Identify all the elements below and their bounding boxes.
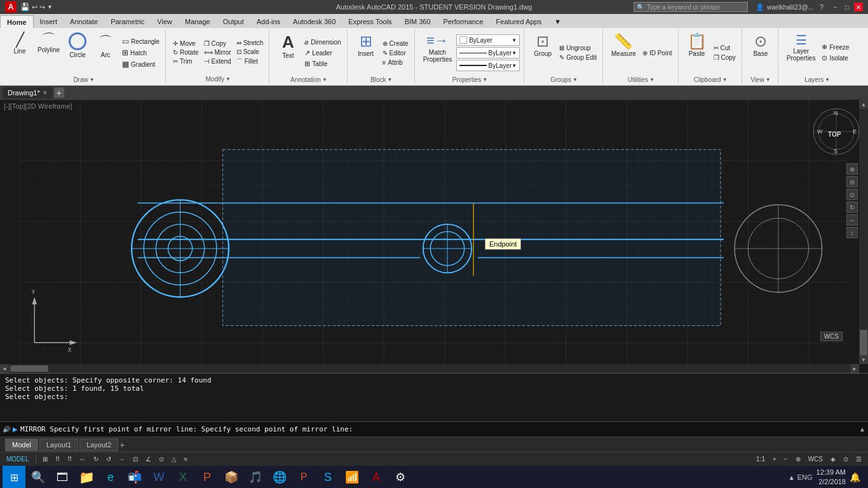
taskbar-powerpoint[interactable]: P xyxy=(196,466,219,488)
annotation-expand-icon[interactable]: ▼ xyxy=(322,77,327,83)
taskbar-chrome[interactable]: 🌐 xyxy=(268,466,291,488)
vp-tool-2[interactable]: ⊖ xyxy=(846,176,858,187)
properties-expand-icon[interactable]: ▼ xyxy=(482,77,487,83)
isolate-layer-button[interactable]: ⊙ Isolate xyxy=(820,53,851,63)
scroll-right-btn[interactable]: ► xyxy=(850,364,859,373)
create-block-button[interactable]: ⊕ Create xyxy=(381,39,410,48)
draw-expand-icon[interactable]: ▼ xyxy=(90,77,95,83)
insert-button[interactable]: ⊞ Insert xyxy=(353,30,379,75)
status-workspace[interactable]: ⊕ xyxy=(793,455,803,463)
status-otrack-btn[interactable]: ↺ xyxy=(104,455,114,463)
add-layout-tab[interactable]: + xyxy=(119,440,125,450)
status-customize[interactable]: ☰ xyxy=(853,455,864,463)
copy-clip-button[interactable]: ❐ Copy xyxy=(712,53,738,62)
undo-icon[interactable]: ↩ xyxy=(32,3,37,11)
vp-tool-5[interactable]: ↔ xyxy=(846,214,858,226)
dimension-button[interactable]: ⌀ Dimension xyxy=(302,37,342,47)
layout-tab-layout2[interactable]: Layout2 xyxy=(79,438,118,451)
taskbar-skype[interactable]: S xyxy=(316,466,339,488)
status-osnap-btn[interactable]: ↻ xyxy=(91,455,101,463)
extend-button[interactable]: ⊣ Extend xyxy=(202,57,233,65)
layout-tab-model[interactable]: Model xyxy=(5,438,38,451)
scroll-thumb-v[interactable] xyxy=(860,330,867,355)
taskbar-word[interactable]: W xyxy=(147,466,170,488)
vp-tool-6[interactable]: ↕ xyxy=(846,227,858,238)
tab-bim360[interactable]: BIM 360 xyxy=(398,15,437,28)
save-icon[interactable]: 💾 xyxy=(20,3,30,11)
modify-expand-icon[interactable]: ▼ xyxy=(226,76,231,82)
gradient-button[interactable]: ▦ Gradient xyxy=(120,59,161,69)
taskbar-autocad[interactable]: A xyxy=(365,466,388,488)
layout-tab-layout1[interactable]: Layout1 xyxy=(39,438,78,451)
tab-expresstools[interactable]: Express Tools xyxy=(342,15,398,28)
status-isolate[interactable]: ⊙ xyxy=(841,455,851,463)
status-snap-btn[interactable]: ⠿ xyxy=(53,455,62,463)
status-zoom-in[interactable]: + xyxy=(770,455,779,463)
layer-dropdown[interactable]: ByLayer ▼ xyxy=(456,34,520,46)
window-close[interactable]: ✕ xyxy=(854,3,863,11)
status-annotation-scale[interactable]: 1:1 xyxy=(754,455,768,463)
freeze-layer-button[interactable]: ❄ Freeze xyxy=(820,43,851,52)
redo-icon[interactable]: ↪ xyxy=(39,3,45,11)
status-model-btn[interactable]: MODEL xyxy=(4,455,32,463)
status-space-btn[interactable]: ≡ xyxy=(182,455,191,463)
taskbar-notification[interactable]: 🔔 xyxy=(850,472,860,482)
taskbar-network[interactable]: 📶 xyxy=(341,466,363,488)
layers-expand-icon[interactable]: ▼ xyxy=(825,77,830,83)
taskbar-settings[interactable]: ⚙ xyxy=(389,466,412,488)
app-icon[interactable]: A xyxy=(5,1,17,13)
tab-view[interactable]: View xyxy=(151,15,179,28)
vp-tool-3[interactable]: ⊙ xyxy=(846,189,858,200)
status-hardware[interactable]: ◈ xyxy=(828,455,838,463)
layer-properties-button[interactable]: ☰ LayerProperties xyxy=(783,30,819,75)
drawing-tab-1[interactable]: Drawing1* ✕ xyxy=(3,87,53,98)
command-input-field[interactable] xyxy=(353,425,859,433)
text-button[interactable]: A Text xyxy=(275,30,301,75)
cmd-scroll-up[interactable]: ▲ xyxy=(859,426,865,433)
copy-button[interactable]: ❐ Copy xyxy=(202,39,233,48)
taskbar-ppt2[interactable]: P xyxy=(292,466,315,488)
taskbar-search[interactable]: 🔍 xyxy=(27,466,50,488)
ungroup-button[interactable]: ⊠ Ungroup xyxy=(557,44,599,52)
taskbar-mail[interactable]: 📬 xyxy=(123,466,146,488)
status-polar-btn[interactable]: ↔ xyxy=(77,455,88,463)
navigation-cube[interactable]: N S E W TOP xyxy=(811,106,862,157)
linetype-dropdown[interactable]: ByLayer ▼ xyxy=(456,47,520,58)
lineweight-dropdown[interactable]: ByLayer ▼ xyxy=(456,60,520,71)
window-restore[interactable]: □ xyxy=(843,3,851,11)
status-dyn-btn[interactable]: ⊡ xyxy=(130,455,140,463)
tab-parametric[interactable]: Parametric xyxy=(104,15,151,28)
status-wcs-btn[interactable]: WCS xyxy=(806,455,825,463)
tab-manage[interactable]: Manage xyxy=(179,15,217,28)
taskbar-time-block[interactable]: 12:39 AM 2/2/2018 xyxy=(817,468,846,487)
tab-addins[interactable]: Add-ins xyxy=(250,15,287,28)
define-attr-button[interactable]: ≡ Attrib xyxy=(381,58,410,67)
scroll-thumb-h[interactable] xyxy=(10,365,48,372)
block-expand-icon[interactable]: ▼ xyxy=(387,77,392,83)
trim-button[interactable]: ✂ Trim xyxy=(171,57,200,65)
measure-button[interactable]: 📏 Measure xyxy=(608,30,639,75)
help-icon[interactable]: ? xyxy=(820,3,824,11)
search-input[interactable]: 🔍 Type a keyword or phrase xyxy=(634,2,748,12)
new-drawing-tab[interactable]: + xyxy=(54,88,64,98)
groups-expand-icon[interactable]: ▼ xyxy=(573,77,578,83)
group-edit-button[interactable]: ✎ Group Edit xyxy=(557,53,599,62)
base-button[interactable]: ⊙ Base xyxy=(747,30,774,75)
tab-insert[interactable]: Insert xyxy=(34,15,64,28)
scroll-left-btn[interactable]: ◄ xyxy=(0,364,9,373)
tab-more-icon[interactable]: ▼ xyxy=(548,15,567,28)
leader-button[interactable]: ↗ Leader xyxy=(302,48,342,58)
window-minimize[interactable]: − xyxy=(831,3,840,11)
tab-performance[interactable]: Performance xyxy=(437,15,490,28)
match-properties-button[interactable]: ≡→ MatchProperties xyxy=(420,30,456,75)
taskbar-taskview[interactable]: 🗔 xyxy=(51,466,74,488)
taskbar-excel[interactable]: X xyxy=(172,466,194,488)
tab-output[interactable]: Output xyxy=(217,15,250,28)
status-zoom-out[interactable]: − xyxy=(782,455,790,463)
table-button[interactable]: ⊞ Table xyxy=(302,59,342,69)
status-sel-btn[interactable]: △ xyxy=(169,455,179,463)
vp-tool-4[interactable]: ↻ xyxy=(846,201,858,213)
vp-tool-1[interactable]: ⊕ xyxy=(846,163,858,175)
hatch-button[interactable]: ⊞ Hatch xyxy=(120,48,161,58)
horizontal-scrollbar[interactable]: ◄ ► xyxy=(0,364,859,373)
